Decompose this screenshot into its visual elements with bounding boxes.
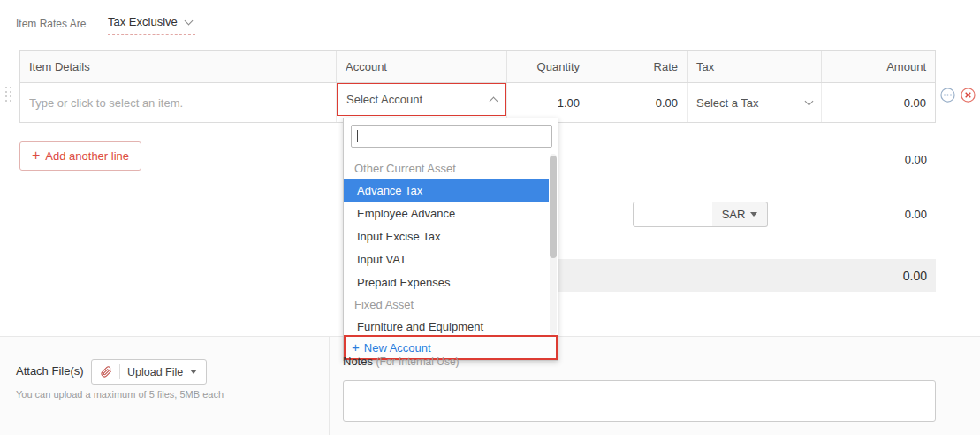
row-drag-handle-icon[interactable] bbox=[5, 87, 11, 102]
line-amount-value: 0.00 bbox=[822, 96, 935, 110]
tax-cell: Select a Tax bbox=[687, 83, 821, 122]
account-group-label: Other Current Asset bbox=[344, 157, 549, 179]
notes-label-hint: (For Internal Use) bbox=[376, 355, 460, 368]
account-options-list: Other Current Asset Advance Tax Employee… bbox=[344, 154, 549, 335]
tax-select-field[interactable]: Select a Tax bbox=[688, 96, 821, 110]
account-option-selected[interactable]: Advance Tax bbox=[344, 179, 549, 202]
col-header-amount: Amount bbox=[821, 51, 935, 82]
tax-mode-value: Tax Exclusive bbox=[108, 15, 178, 28]
quantity-input[interactable] bbox=[507, 96, 589, 110]
rate-cell bbox=[589, 83, 687, 122]
item-details-cell bbox=[20, 83, 336, 122]
col-header-rate: Rate bbox=[589, 51, 687, 82]
caret-down-icon bbox=[750, 212, 757, 217]
account-option[interactable]: Prepaid Expenses bbox=[344, 271, 549, 294]
add-another-line-button[interactable]: + Add another line bbox=[19, 141, 141, 171]
account-search-wrap bbox=[351, 125, 552, 148]
col-header-account: Account bbox=[336, 51, 506, 82]
subtotal-value: 0.00 bbox=[905, 153, 927, 166]
account-select-field[interactable]: Select Account bbox=[337, 83, 506, 116]
account-select-value: Select Account bbox=[346, 93, 422, 106]
account-option[interactable]: Furniture and Equipment bbox=[344, 315, 549, 335]
caret-down-icon bbox=[190, 370, 197, 374]
tax-mode-dropdown[interactable]: Tax Exclusive bbox=[108, 14, 195, 35]
upload-file-label: Upload File bbox=[127, 366, 183, 378]
currency-code: SAR bbox=[722, 208, 746, 221]
account-search-input[interactable] bbox=[351, 125, 552, 148]
chevron-down-icon bbox=[184, 16, 193, 25]
adjustment-input[interactable] bbox=[633, 202, 713, 227]
account-dropdown-panel: Other Current Asset Advance Tax Employee… bbox=[343, 118, 558, 361]
tax-select-value: Select a Tax bbox=[696, 96, 759, 110]
plus-icon: + bbox=[352, 340, 360, 354]
paperclip-icon bbox=[101, 366, 112, 378]
text-cursor bbox=[357, 130, 358, 142]
total-value: 0.00 bbox=[903, 269, 927, 283]
button-divider bbox=[119, 364, 120, 379]
upload-file-button[interactable]: Upload File bbox=[91, 359, 207, 385]
amount-cell: 0.00 bbox=[821, 83, 935, 122]
account-option[interactable]: Input Excise Tax bbox=[344, 225, 549, 248]
table-row: Select Account Select a Tax 0.00 bbox=[20, 83, 935, 122]
account-cell: Select Account bbox=[336, 83, 506, 122]
col-header-tax: Tax bbox=[687, 51, 821, 82]
scrollbar-thumb[interactable] bbox=[550, 156, 557, 258]
upload-hint-text: You can upload a maximum of 5 files, 5MB… bbox=[16, 389, 224, 400]
line-items-editor: Item Rates Are Tax Exclusive Item Detail… bbox=[0, 0, 980, 435]
col-header-item-details: Item Details bbox=[20, 51, 336, 82]
account-option[interactable]: Employee Advance bbox=[344, 202, 549, 225]
notes-textarea[interactable] bbox=[343, 380, 936, 422]
rate-input[interactable] bbox=[589, 96, 687, 110]
table-header-row: Item Details Account Quantity Rate Tax A… bbox=[20, 51, 935, 83]
account-option[interactable]: Input VAT bbox=[344, 248, 549, 271]
row-more-options-icon[interactable] bbox=[940, 88, 955, 103]
chevron-up-icon bbox=[490, 97, 498, 106]
section-divider bbox=[329, 336, 330, 435]
notes-label-main: Notes bbox=[343, 355, 373, 368]
add-line-label: Add another line bbox=[45, 149, 129, 163]
currency-select-button[interactable]: SAR bbox=[712, 202, 768, 227]
line-items-table: Item Details Account Quantity Rate Tax A… bbox=[19, 50, 936, 123]
new-account-label: New Account bbox=[364, 341, 431, 355]
account-group-label: Fixed Asset bbox=[344, 294, 549, 315]
scrollbar-track bbox=[550, 154, 557, 335]
quantity-cell bbox=[506, 83, 589, 122]
item-select-input[interactable] bbox=[20, 96, 336, 110]
adjustment-row-value: 0.00 bbox=[905, 208, 927, 221]
attach-files-label: Attach File(s) bbox=[16, 364, 84, 378]
row-delete-icon[interactable] bbox=[961, 88, 976, 103]
plus-icon: + bbox=[32, 149, 40, 163]
notes-label: Notes (For Internal Use) bbox=[343, 355, 460, 368]
col-header-quantity: Quantity bbox=[506, 51, 589, 82]
chevron-down-icon bbox=[805, 97, 814, 106]
item-rates-label: Item Rates Are bbox=[16, 18, 86, 30]
